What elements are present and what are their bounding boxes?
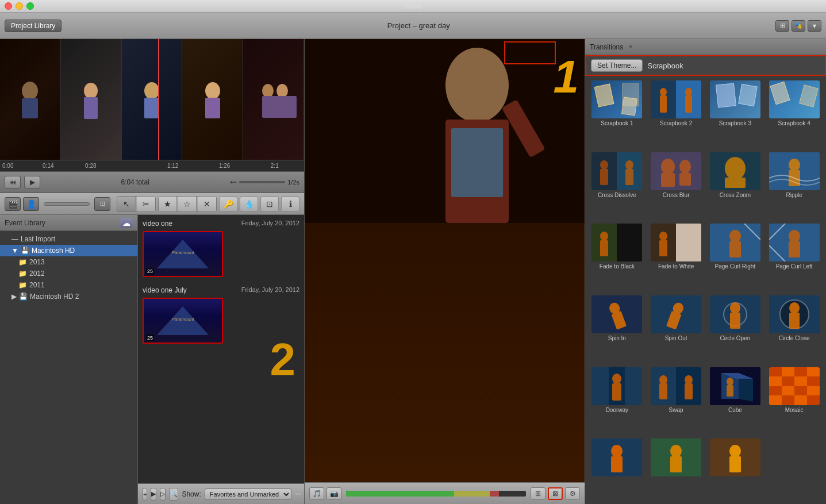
svg-rect-71 bbox=[730, 313, 740, 329]
preview-video: 1 bbox=[305, 39, 585, 482]
transition-cross-blur[interactable]: Cross Blur bbox=[649, 152, 704, 220]
reject-tool[interactable]: ✕ bbox=[198, 197, 216, 211]
info-tool[interactable]: ℹ bbox=[281, 197, 299, 211]
tree-item-2012[interactable]: 📁 2012 bbox=[0, 268, 137, 279]
transition-circle-open[interactable]: Circle Open bbox=[708, 295, 763, 363]
svg-rect-114 bbox=[670, 456, 682, 472]
transition-scrapbook-2[interactable]: Scrapbook 2 bbox=[649, 80, 704, 148]
zoom-button[interactable]: 🔍 bbox=[169, 488, 178, 501]
transition-extra-1[interactable] bbox=[590, 438, 644, 499]
people-button[interactable]: 👤 bbox=[23, 197, 39, 211]
transition-spin-out[interactable]: Spin Out bbox=[649, 295, 704, 363]
transition-scrapbook-1[interactable]: Scrapbook 1 bbox=[590, 80, 644, 148]
top-toolbar: Project Library Project – great day ⊞ 🎭 … bbox=[0, 13, 826, 39]
transition-fade-black[interactable]: Fade to Black bbox=[590, 224, 644, 291]
svg-rect-20 bbox=[305, 39, 585, 223]
svg-rect-50 bbox=[676, 224, 701, 261]
play-from-start-button[interactable]: ⏮ bbox=[5, 176, 21, 188]
transition-doorway[interactable]: Doorway bbox=[590, 367, 644, 434]
time-126: 1:26 bbox=[219, 163, 230, 169]
favorite-tool[interactable]: ★ bbox=[159, 197, 177, 211]
tree-item-macintosh-hd[interactable]: ▼ 💾 Macintosh HD bbox=[0, 245, 137, 256]
event-clip-1[interactable]: Paramount 25 bbox=[143, 231, 223, 277]
add-event-button[interactable]: + bbox=[143, 488, 147, 501]
svg-point-74 bbox=[789, 302, 800, 314]
svg-rect-25 bbox=[660, 95, 667, 113]
cloud-sync-icon[interactable]: ☁ bbox=[120, 218, 133, 228]
transition-ripple[interactable]: Ripple bbox=[767, 152, 821, 220]
time-14: 0:14 bbox=[43, 163, 53, 169]
transition-cross-zoom[interactable]: Cross Zoom bbox=[708, 152, 763, 220]
select-tool[interactable]: ↖ bbox=[117, 197, 136, 211]
settings-icon-btn[interactable]: ⚙ bbox=[565, 487, 580, 500]
toggle-button-2[interactable]: ▼ bbox=[808, 20, 821, 32]
tree-item-macintosh-hd2[interactable]: ▶ 💾 Macintosh HD 2 bbox=[0, 291, 137, 302]
transition-fade-white[interactable]: Fade to White bbox=[649, 224, 704, 291]
fit-button[interactable]: ⊡ bbox=[94, 197, 110, 211]
play-event-button[interactable]: ▶ bbox=[151, 488, 156, 501]
tree-item-2011[interactable]: 📁 2011 bbox=[0, 279, 137, 291]
event-group-name-1: video one bbox=[143, 220, 172, 228]
transition-swap[interactable]: Swap bbox=[649, 367, 704, 434]
transition-extra-3[interactable] bbox=[708, 438, 763, 499]
transition-scrapbook-4[interactable]: Scrapbook 4 bbox=[767, 80, 821, 148]
transition-page-curl-left[interactable]: Page Curl Left bbox=[767, 224, 821, 291]
clip-view-button[interactable]: 🎬 bbox=[5, 197, 21, 211]
svg-rect-36 bbox=[661, 173, 675, 187]
show-select[interactable]: Favorites and Unmarked bbox=[205, 488, 291, 500]
play-button[interactable]: ▶ bbox=[24, 176, 40, 188]
unfavorite-tool[interactable]: ☆ bbox=[178, 197, 197, 211]
transition-thumb-scrapbook-3 bbox=[710, 80, 760, 118]
transition-page-curl-right[interactable]: Page Curl Right bbox=[708, 224, 763, 291]
speed-control: ⊷ 1/2s bbox=[230, 178, 299, 186]
maximize-button[interactable] bbox=[26, 2, 34, 10]
transition-label-spin-out: Spin Out bbox=[665, 335, 687, 341]
event-clip-2[interactable]: Paramount 25 bbox=[143, 298, 223, 344]
transition-scrapbook-3[interactable]: Scrapbook 3 bbox=[708, 80, 763, 148]
transition-thumb-circle-open bbox=[710, 295, 760, 333]
playhead bbox=[158, 39, 159, 160]
transition-spin-in[interactable]: Spin In bbox=[590, 295, 644, 363]
transition-thumb-scrapbook-4 bbox=[769, 80, 820, 118]
trim-tool[interactable]: ✂ bbox=[137, 197, 155, 211]
minimize-button[interactable] bbox=[16, 2, 23, 10]
transition-label-scrapbook-1: Scrapbook 1 bbox=[601, 120, 633, 126]
tree-item-last-import[interactable]: — Last Import bbox=[0, 233, 137, 245]
transition-label-cube: Cube bbox=[728, 407, 742, 413]
transition-thumb-cross-blur bbox=[651, 152, 701, 190]
transition-extra-2[interactable] bbox=[649, 438, 704, 499]
color-tool[interactable]: 💧 bbox=[240, 197, 258, 211]
grid-view-button[interactable]: ⊞ bbox=[775, 20, 789, 32]
time-markers: 0:00 0:14 0:28 1:12 1:26 2:1 bbox=[0, 160, 304, 171]
set-theme-button[interactable]: Set Theme... bbox=[591, 59, 643, 72]
transition-mosaic[interactable]: Mosaic bbox=[767, 367, 821, 434]
close-button[interactable] bbox=[5, 2, 12, 10]
folder-icon-2013: 📁 bbox=[18, 258, 27, 266]
timeline-frame-2 bbox=[61, 39, 122, 160]
keyword-tool[interactable]: 🔑 bbox=[219, 197, 237, 211]
speed-slider[interactable] bbox=[239, 181, 285, 183]
transition-circle-close[interactable]: Circle Close bbox=[767, 295, 821, 363]
transition-cube[interactable]: Cube bbox=[708, 367, 763, 434]
time-112: 1:12 bbox=[167, 163, 178, 169]
fullscreen-icon-btn[interactable]: ⊞ bbox=[531, 487, 545, 500]
transition-thumb-extra-1 bbox=[591, 438, 642, 476]
play-clip-button[interactable]: ▷ bbox=[160, 488, 166, 501]
project-library-button[interactable]: Project Library bbox=[5, 20, 62, 32]
toggle-button-1[interactable]: 🎭 bbox=[792, 20, 805, 32]
svg-rect-46 bbox=[617, 224, 642, 261]
clip-frame-num-2: 25 bbox=[146, 334, 154, 341]
music-icon-btn[interactable]: 🎵 bbox=[309, 487, 324, 500]
level-meter bbox=[346, 491, 526, 497]
transitions-icon-btn[interactable]: ⊠ bbox=[548, 487, 563, 500]
tree-item-2013[interactable]: 📁 2013 bbox=[0, 256, 137, 268]
crop-tool[interactable]: ⊡ bbox=[260, 197, 279, 211]
transition-cross-dissolve[interactable]: Cross Dissolve bbox=[590, 152, 644, 220]
transition-thumb-circle-close bbox=[769, 295, 820, 333]
photo-icon-btn[interactable]: 📷 bbox=[326, 487, 341, 500]
tree-label-last-import: Last Import bbox=[21, 235, 55, 243]
speed-label: 1/2s bbox=[287, 179, 299, 186]
transition-label-cross-blur: Cross Blur bbox=[663, 192, 690, 198]
clip-size-slider[interactable] bbox=[44, 202, 90, 206]
svg-point-4 bbox=[144, 82, 159, 99]
